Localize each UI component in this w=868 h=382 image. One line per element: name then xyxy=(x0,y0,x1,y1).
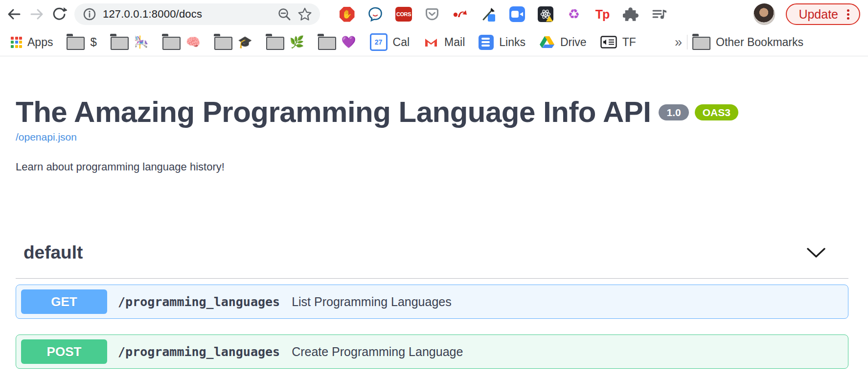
cors-extension-icon[interactable]: CORS xyxy=(395,6,412,23)
playlist-extension-icon[interactable] xyxy=(651,6,667,23)
red-arrow-extension-icon[interactable] xyxy=(452,6,469,23)
reload-icon xyxy=(51,6,67,22)
bookmarks-divider xyxy=(687,35,687,49)
default-section: default GET /programming_languages List … xyxy=(16,242,848,369)
warning-triangle-icon xyxy=(546,16,553,22)
endpoint-summary: Create Programming Language xyxy=(292,345,463,359)
bookmark-star-icon[interactable] xyxy=(297,7,312,22)
site-info-icon[interactable] xyxy=(82,7,97,22)
links-icon xyxy=(479,35,494,50)
bookmark-links[interactable]: Links xyxy=(479,35,525,50)
profile-avatar[interactable] xyxy=(754,3,775,25)
endpoint-path: /programming_languages xyxy=(118,345,280,359)
bookmark-folder-carousel[interactable]: 🎠 xyxy=(111,34,149,50)
folder-icon xyxy=(318,37,336,50)
address-bar[interactable]: 127.0.0.1:8000/docs xyxy=(74,3,320,25)
bookmark-calendar[interactable]: 27 Cal xyxy=(370,33,410,51)
url-text[interactable]: 127.0.0.1:8000/docs xyxy=(103,8,271,21)
bookmark-drive[interactable]: Drive xyxy=(539,35,587,49)
api-description: Learn about programming language history… xyxy=(16,161,848,173)
back-button[interactable] xyxy=(3,3,25,25)
bookmark-label: TF xyxy=(622,36,636,49)
zoom-out-icon[interactable] xyxy=(277,7,292,22)
bookmark-folder-herb[interactable]: 🌿 xyxy=(266,34,304,50)
folder-name: 🎠 xyxy=(134,36,149,48)
forward-arrow-icon xyxy=(28,6,45,22)
folder-icon xyxy=(692,37,710,50)
extensions-row: ✋ CORS ♻ Tp xyxy=(339,6,667,23)
folder-name: 🧠 xyxy=(186,36,201,48)
bookmark-folder-brain[interactable]: 🧠 xyxy=(162,34,201,50)
page-title: The Amazing Programming Language Info AP… xyxy=(16,96,651,127)
color-picker-extension-icon[interactable] xyxy=(480,6,497,23)
drive-icon xyxy=(539,35,555,49)
bookmark-folder-dollar[interactable]: $ xyxy=(67,34,96,50)
swagger-docs-page: The Amazing Programming Language Info AP… xyxy=(0,56,868,369)
folder-name: 🌿 xyxy=(290,36,304,48)
folder-name: 💜 xyxy=(342,36,356,48)
tf-card-icon xyxy=(600,36,617,48)
recycle-extension-icon[interactable]: ♻ xyxy=(566,6,582,23)
bookmark-label: Cal xyxy=(393,36,410,49)
chat-bubble-extension-icon[interactable] xyxy=(367,6,384,23)
folder-name: 🎓 xyxy=(238,36,252,48)
chevron-down-icon[interactable] xyxy=(806,247,826,258)
bookmark-tf[interactable]: TF xyxy=(600,36,636,49)
section-title: default xyxy=(23,242,83,263)
forward-button[interactable] xyxy=(25,3,48,25)
bookmarks-bar: Apps $ 🎠 🧠 🎓 🌿 💜 27 Cal Mail Links Drive… xyxy=(0,28,868,56)
bookmark-other-bookmarks[interactable]: Other Bookmarks xyxy=(692,34,803,50)
bookmark-label: Other Bookmarks xyxy=(716,36,803,49)
calendar-day: 27 xyxy=(375,38,383,46)
back-arrow-icon xyxy=(6,6,23,22)
endpoint-summary: List Programming Languages xyxy=(292,295,452,309)
openapi-json-link[interactable]: /openapi.json xyxy=(16,131,77,143)
adblock-extension-icon[interactable]: ✋ xyxy=(339,6,355,23)
folder-icon xyxy=(214,37,232,50)
teleparty-extension-icon[interactable]: Tp xyxy=(594,6,611,23)
section-header[interactable]: default xyxy=(16,242,848,279)
folder-name: $ xyxy=(90,36,96,48)
bookmarks-overflow-chevron[interactable]: » xyxy=(675,35,682,50)
endpoint-row-post-programming-languages[interactable]: POST /programming_languages Create Progr… xyxy=(16,334,848,369)
update-button[interactable]: Update xyxy=(786,3,860,25)
endpoint-path: /programming_languages xyxy=(118,295,280,309)
update-label: Update xyxy=(799,7,838,22)
method-badge: POST xyxy=(21,339,107,364)
bookmark-label: Links xyxy=(499,36,525,49)
bookmark-label: Drive xyxy=(560,36,587,49)
browser-menu-dots-icon[interactable] xyxy=(847,13,849,16)
browser-toolbar: 127.0.0.1:8000/docs ✋ CORS ♻ Tp xyxy=(0,0,868,28)
folder-icon xyxy=(162,37,181,50)
extensions-puzzle-icon[interactable] xyxy=(622,6,639,23)
zoom-extension-icon[interactable] xyxy=(509,6,525,23)
reload-button[interactable] xyxy=(48,3,70,25)
folder-icon xyxy=(67,37,85,50)
hand-glyph: ✋ xyxy=(342,10,352,19)
bookmark-label: Apps xyxy=(27,36,53,49)
oas3-badge: OAS3 xyxy=(695,104,738,120)
bookmark-apps[interactable]: Apps xyxy=(11,36,53,49)
bookmark-mail[interactable]: Mail xyxy=(423,36,465,49)
folder-icon xyxy=(266,37,284,50)
pocket-extension-icon[interactable] xyxy=(424,6,440,23)
calendar-icon: 27 xyxy=(370,33,388,51)
method-badge: GET xyxy=(21,289,107,314)
bookmark-folder-grad-cap[interactable]: 🎓 xyxy=(214,34,252,50)
apps-grid-icon xyxy=(11,37,22,48)
bookmark-label: Mail xyxy=(444,36,465,49)
folder-icon xyxy=(111,37,129,50)
bookmark-folder-purple-heart[interactable]: 💜 xyxy=(318,34,356,50)
version-badge: 1.0 xyxy=(659,104,688,120)
gmail-icon xyxy=(423,36,439,48)
endpoint-row-get-programming-languages[interactable]: GET /programming_languages List Programm… xyxy=(16,285,848,319)
react-devtools-extension-icon[interactable] xyxy=(537,6,554,23)
